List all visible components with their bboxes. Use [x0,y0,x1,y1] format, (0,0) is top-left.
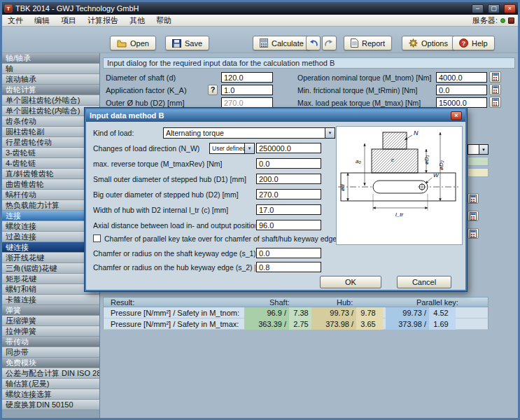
background-calculator-button[interactable] [468,193,479,204]
result-safety: 9.78 [356,307,383,318]
result-column-header-1: Hub: [337,298,353,307]
save-button[interactable]: Save [165,36,209,50]
kind-of-load-value: Alternating torque [166,129,224,137]
result-value: 99.73 / [311,307,356,318]
chamfer-row-label-1: Chamfer or radius on the hub keyway edge… [93,263,255,272]
background-calculator-button[interactable] [468,228,479,239]
result-row-0: Pressure [N/mm²] / Safety in M_tnom:96.9… [103,307,489,318]
sidebar-item-30[interactable]: 公差与配合计算 DIN ISO 286 [2,368,99,379]
field-input-right-0[interactable]: 4000.0 [436,72,487,83]
result-row-1: Pressure [N/mm²] / Safety in M_tmax:363.… [103,318,489,330]
sidebar-item-33[interactable]: 硬度换算DIN 50150 [2,400,99,410]
technical-drawing: N a₀ c W øD₁ øD₂ ød l_tr [336,126,463,245]
ok-button[interactable]: OK [320,276,381,288]
background-calculator-button[interactable] [468,211,479,221]
sidebar-item-23[interactable]: 卡箍连接 [2,295,99,305]
menu-item-4[interactable]: 其他 [124,15,150,26]
app-icon: T [4,4,13,13]
factor-help-button[interactable]: ? [208,85,218,95]
drawing-label-D1: øD₁ [423,155,430,164]
dialog-titlebar[interactable]: Input data method B × [86,109,465,122]
input-data-dialog: Input data method B × Kind of load: Alte… [85,108,467,291]
result-safety: 1.69 [429,318,456,330]
gear-icon [409,38,418,48]
field-input-right-2[interactable]: 15000.0 [436,97,487,108]
options-button[interactable]: Options [402,36,455,50]
dialog-row-input-2[interactable]: 270.0 [256,189,321,200]
help-button[interactable]: ? Help [452,36,495,50]
titlebar: T TBK 2014 - GWJ Technology GmbH – ▢ × [2,2,518,15]
result-safety: 4.52 [429,307,456,318]
sidebar-section-27[interactable]: 带传动 [2,337,99,347]
background-result-cell [468,157,489,166]
close-button[interactable]: × [504,4,516,13]
background-dropdown[interactable]: ▼ [468,144,489,155]
menu-item-2[interactable]: 项目 [55,15,82,26]
sidebar-section-3[interactable]: 齿轮计算 [2,85,99,95]
sidebar-item-26[interactable]: 拉伸弹簧 [2,326,99,337]
drawing-label-a0: a₀ [356,158,361,164]
sidebar-section-29[interactable]: 免费模块 [2,358,99,368]
sidebar-section-24[interactable]: 弹簧 [2,305,99,316]
dialog-close-button[interactable]: × [451,111,462,120]
result-table-header: Result: Shaft:Hub:Parallel key: [103,297,489,307]
chamfer-takeover-checkbox[interactable] [93,234,101,242]
changes-of-load-input[interactable]: 250000.0 [256,143,321,153]
server-area: 服务器: [472,15,518,26]
kind-of-load-dropdown[interactable]: Alternating torque ▼ [163,127,335,139]
result-value: 99.73 / [386,307,429,318]
sidebar-item-31[interactable]: 轴估算(尼曼) [2,379,99,389]
field-input-right-1[interactable]: 0.0 [436,85,487,95]
maximize-button[interactable]: ▢ [488,4,500,13]
chamfer-row-input-1[interactable]: 0.8 [256,262,321,272]
calculate-button[interactable]: Calculate [253,36,311,50]
chevron-down-icon[interactable]: ▼ [479,145,488,154]
save-icon [172,39,181,48]
changes-mode-dropdown[interactable]: User defined input ▼ [209,143,255,154]
sidebar-item-1[interactable]: 轴 [2,64,99,74]
result-column-header-2: Parallel key: [416,298,458,307]
field-input-left-2[interactable]: 270.0 [221,97,273,108]
menu-item-1[interactable]: 编辑 [29,15,55,26]
cancel-button[interactable]: Cancel [397,276,451,288]
sidebar-item-32[interactable]: 螺纹连接选算 [2,389,99,400]
document-icon [351,38,358,48]
field-input-left-1[interactable]: 1.0 [221,85,273,95]
redo-button[interactable] [322,36,337,50]
chevron-down-icon[interactable]: ▼ [244,144,254,153]
minimize-button[interactable]: – [472,4,484,13]
field-label-right-0: Operation nominal torque (M_tnom) [Nm] [297,74,431,82]
dialog-row-input-1[interactable]: 200.0 [256,174,321,184]
report-button[interactable]: Report [344,36,392,50]
dialog-row-input-3[interactable]: 17.0 [256,204,321,215]
chamfer-row-input-0[interactable]: 0.0 [256,248,321,258]
calculator-icon [470,195,477,203]
menu-item-3[interactable]: 计算报告 [82,15,124,26]
field-input-left-0[interactable]: 120.0 [221,72,273,83]
calculator-icon [492,73,499,81]
redo-icon [325,39,334,47]
dialog-row-label-3: Width of hub with D2 internal l_tr (c) [… [93,206,228,214]
calculate-button-label: Calculate [272,39,304,48]
menu-item-0[interactable]: 文件 [2,15,29,26]
dialog-row-input-0[interactable]: 0.0 [256,158,321,169]
dialog-row-input-4[interactable]: 96.0 [256,220,321,230]
server-label: 服务器: [472,15,498,26]
sidebar-item-25[interactable]: 压缩弹簧 [2,316,99,326]
calculator-button[interactable] [489,71,501,83]
calculator-button[interactable] [489,97,501,108]
sidebar-item-4[interactable]: 单个圆柱齿轮(外啮合) [2,95,99,106]
svg-text:?: ? [462,40,466,47]
sidebar-item-28[interactable]: 同步带 [2,347,99,358]
chamfer-row-label-0: Chamfer or radius on the shaft keyway ed… [93,249,255,258]
undo-button[interactable] [306,36,321,50]
calculator-button[interactable] [489,84,501,95]
chevron-down-icon[interactable]: ▼ [325,128,335,138]
sidebar-item-2[interactable]: 滚动轴承 [2,74,99,85]
result-value: 373.98 / [311,318,356,330]
sidebar-section-0[interactable]: 轴/轴承 [2,53,99,64]
menu-item-5[interactable]: 帮助 [150,15,177,26]
menubar: 文件编辑项目计算报告其他帮助 服务器: [2,15,518,27]
open-button[interactable]: Open [110,36,156,50]
calculator-icon [492,85,499,94]
